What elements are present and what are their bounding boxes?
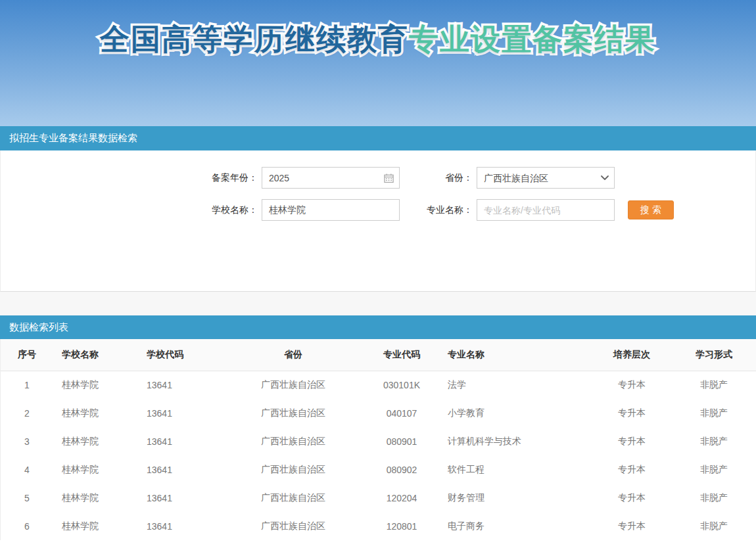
- table-cell: 桂林学院: [53, 484, 139, 512]
- table-cell: 非脱产: [671, 427, 756, 455]
- column-header: 培养层次: [592, 339, 671, 371]
- table-cell: 13641: [139, 455, 218, 484]
- major-label: 专业名称：: [400, 204, 477, 216]
- table-cell: 计算机科学与技术: [435, 427, 592, 455]
- results-table: 序号学校名称学校代码省份专业代码专业名称培养层次学习形式 1桂林学院13641广…: [1, 339, 756, 540]
- table-cell: 专升本: [592, 427, 671, 455]
- table-cell: 4: [1, 455, 53, 484]
- column-header: 学校代码: [139, 339, 218, 371]
- table-cell: 广西壮族自治区: [218, 455, 369, 484]
- table-row: 3桂林学院13641广西壮族自治区080901计算机科学与技术专升本非脱产: [1, 427, 756, 455]
- search-form-row-2: 学校名称： 专业名称： 搜 索: [1, 199, 755, 221]
- table-row: 1桂林学院13641广西壮族自治区030101K法学专升本非脱产: [1, 371, 756, 399]
- table-cell: 专升本: [592, 399, 671, 427]
- search-section-title: 拟招生专业备案结果数据检索: [9, 132, 137, 145]
- table-cell: 电子商务: [435, 512, 592, 540]
- column-header: 专业代码: [369, 339, 435, 371]
- table-row: 2桂林学院13641广西壮族自治区040107小学教育专升本非脱产: [1, 399, 756, 427]
- table-cell: 040107: [369, 399, 435, 427]
- list-section-header: 数据检索列表: [0, 315, 756, 339]
- table-cell: 080901: [369, 427, 435, 455]
- page-title-part-1: 全国高等学历继续教育: [100, 22, 409, 56]
- province-label: 省份：: [400, 172, 477, 184]
- table-cell: 非脱产: [671, 455, 756, 484]
- table-cell: 13641: [139, 484, 218, 512]
- column-header: 专业名称: [435, 339, 592, 371]
- table-cell: 财务管理: [435, 484, 592, 512]
- list-section-title: 数据检索列表: [9, 321, 68, 334]
- year-label: 备案年份：: [126, 172, 262, 184]
- page-title: 全国高等学历继续教育专业设置备案结果: [100, 20, 656, 59]
- table-cell: 5: [1, 484, 53, 512]
- table-cell: 专升本: [592, 455, 671, 484]
- table-body: 1桂林学院13641广西壮族自治区030101K法学专升本非脱产2桂林学院136…: [1, 371, 756, 540]
- table-cell: 广西壮族自治区: [218, 484, 369, 512]
- table-cell: 1: [1, 371, 53, 399]
- table-cell: 非脱产: [671, 484, 756, 512]
- table-cell: 13641: [139, 512, 218, 540]
- table-row: 6桂林学院13641广西壮族自治区120801电子商务专升本非脱产: [1, 512, 756, 540]
- table-cell: 专升本: [592, 484, 671, 512]
- province-field-wrap: 广西壮族自治区: [477, 167, 615, 189]
- column-header: 学习形式: [671, 339, 756, 371]
- table-cell: 广西壮族自治区: [218, 399, 369, 427]
- column-header: 学校名称: [53, 339, 139, 371]
- table-cell: 软件工程: [435, 455, 592, 484]
- table-cell: 法学: [435, 371, 592, 399]
- column-header: 序号: [1, 339, 53, 371]
- table-cell: 桂林学院: [53, 512, 139, 540]
- table-cell: 13641: [139, 371, 218, 399]
- school-input[interactable]: [262, 199, 400, 221]
- table-cell: 3: [1, 427, 53, 455]
- page-title-part-2: 专业设置备案结果: [409, 22, 656, 56]
- school-field-wrap: [262, 199, 400, 221]
- results-table-wrap: 序号学校名称学校代码省份专业代码专业名称培养层次学习形式 1桂林学院13641广…: [0, 339, 756, 540]
- calendar-icon[interactable]: [384, 173, 394, 183]
- search-form-row-1: 备案年份： 省份： 广西壮族自治区: [1, 167, 755, 189]
- table-cell: 广西壮族自治区: [218, 427, 369, 455]
- school-label: 学校名称：: [126, 204, 262, 216]
- table-cell: 120204: [369, 484, 435, 512]
- banner: 全国高等学历继续教育专业设置备案结果: [0, 0, 756, 126]
- major-field-wrap: [477, 199, 615, 221]
- table-cell: 专升本: [592, 512, 671, 540]
- table-cell: 13641: [139, 427, 218, 455]
- province-select[interactable]: 广西壮族自治区: [477, 167, 615, 189]
- table-cell: 广西壮族自治区: [218, 512, 369, 540]
- column-header: 省份: [218, 339, 369, 371]
- table-cell: 专升本: [592, 371, 671, 399]
- table-row: 4桂林学院13641广西壮族自治区080902软件工程专升本非脱产: [1, 455, 756, 484]
- search-button[interactable]: 搜 索: [628, 200, 674, 219]
- table-cell: 13641: [139, 399, 218, 427]
- table-cell: 桂林学院: [53, 455, 139, 484]
- table-cell: 非脱产: [671, 371, 756, 399]
- table-cell: 小学教育: [435, 399, 592, 427]
- search-panel: 备案年份： 省份： 广西壮族自治区: [0, 150, 756, 292]
- table-cell: 2: [1, 399, 53, 427]
- panel-gap: [0, 292, 756, 315]
- table-cell: 非脱产: [671, 512, 756, 540]
- table-head: 序号学校名称学校代码省份专业代码专业名称培养层次学习形式: [1, 339, 756, 371]
- year-field-wrap: [262, 167, 400, 189]
- table-cell: 桂林学院: [53, 399, 139, 427]
- table-cell: 非脱产: [671, 399, 756, 427]
- table-cell: 120801: [369, 512, 435, 540]
- table-cell: 桂林学院: [53, 371, 139, 399]
- table-cell: 6: [1, 512, 53, 540]
- table-cell: 080902: [369, 455, 435, 484]
- search-section-header: 拟招生专业备案结果数据检索: [0, 126, 756, 150]
- table-cell: 030101K: [369, 371, 435, 399]
- table-row: 5桂林学院13641广西壮族自治区120204财务管理专升本非脱产: [1, 484, 756, 512]
- year-input[interactable]: [262, 167, 400, 189]
- table-cell: 桂林学院: [53, 427, 139, 455]
- major-input[interactable]: [477, 199, 615, 221]
- table-header-row: 序号学校名称学校代码省份专业代码专业名称培养层次学习形式: [1, 339, 756, 371]
- table-cell: 广西壮族自治区: [218, 371, 369, 399]
